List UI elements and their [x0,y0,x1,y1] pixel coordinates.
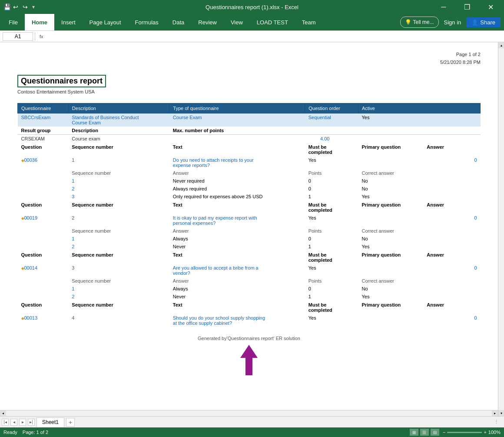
tab-home[interactable]: Home [25,14,54,30]
primary-q-header: Primary questionAnswer [358,143,480,151]
result-group-header: Result group Description Max. number of … [18,127,481,135]
tab-page-layout[interactable]: Page Layout [83,14,128,30]
col-description: Description [68,103,169,113]
col-active: Active [358,103,480,113]
tab-team[interactable]: Team [295,14,323,30]
scroll-down-btn[interactable]: ▾ [498,410,504,416]
tab-load-test[interactable]: LOAD TEST [250,14,295,30]
answer-1-3: 3 Only required for expenses above 25 US… [18,193,481,200]
col-type: Type of questionnaire [169,103,305,113]
must-complete-header-2: Must becompleted [305,200,358,214]
redo-icon[interactable]: ↪ [23,3,30,10]
title-bar: 💾 ↩ ↪ ▾ Questionnaires report (1).xlsx -… [0,0,504,14]
normal-view-btn[interactable]: ⊞ [410,429,418,436]
share-label: Share [480,19,495,26]
question-row-2: ◆00019 2 It is okay to pad my expense re… [18,214,481,227]
content-area: Page 1 of 2 5/21/2020 8:28 PM Questionna… [0,42,498,416]
scroll-up-btn[interactable]: ▴ [498,42,504,48]
seq-header-2: Sequence number [68,200,169,214]
question-section-header-2: Question Sequence number Text Must becom… [18,200,481,214]
window-controls[interactable]: ─ ❐ ✕ [434,0,501,14]
horizontal-scrollbar[interactable]: ◂ ▸ [0,410,498,416]
restore-button[interactable]: ❐ [457,0,477,14]
answer-header-2: Sequence number Answer Points Correct an… [18,227,481,235]
nav-next-btn[interactable]: ▸ [19,419,26,426]
close-button[interactable]: ✕ [481,0,501,14]
zoom-level: 100% [488,430,501,435]
q1-must: Yes [305,156,358,169]
page-layout-view-btn[interactable]: ☰ [420,429,429,436]
table-header-row: Questionnaire Description Type of questi… [18,103,481,113]
vertical-scrollbar[interactable]: ▴ ▾ [498,42,504,416]
report-title: Questionnaires report [17,75,106,87]
answer-header-1: Sequence number Answer Points Correct an… [18,169,481,177]
q-header: Question [18,143,69,156]
tell-me-button[interactable]: 💡 Tell me... [400,17,439,28]
title-bar-left: 💾 ↩ ↪ ▾ [3,3,35,10]
generated-text: Generated by'Questionnaires report' ER s… [21,336,477,341]
share-icon: 👤 [471,19,478,26]
zoom-control: − + 100% [443,430,501,435]
sheet-tab-1[interactable]: Sheet1 [36,417,64,427]
questionnaire-row: SBCCrsExam Standards of Business Conduct… [18,113,481,127]
question-row-1: ◆00036 1 Do you need to attach receipts … [18,156,481,169]
svg-marker-0 [240,345,258,375]
ans-text-h: Answer [169,169,305,177]
spreadsheet[interactable]: Page 1 of 2 5/21/2020 8:28 PM Questionna… [0,42,498,410]
nav-first-btn[interactable]: |◂ [2,419,9,426]
question-row-4: ◆00013 4 Should you do your school suppl… [18,314,481,327]
tab-view[interactable]: View [224,14,250,30]
page-content: Page 1 of 2 5/21/2020 8:28 PM Questionna… [0,42,498,392]
status-left: Ready Page: 1 of 2 [3,430,48,435]
rg-desc-val: Course exam [68,135,169,143]
nav-last-btn[interactable]: ▸| [28,419,35,426]
answer-2-2: 2 Never 1 Yes [18,243,481,250]
q-order: Sequential [305,113,358,127]
zoom-out-btn[interactable]: − [443,430,445,435]
page-break-view-btn[interactable]: ⊟ [431,429,439,436]
arrow-annotation [232,343,266,377]
tab-insert[interactable]: Insert [54,14,83,30]
page-date: 5/21/2020 8:28 PM [17,59,481,67]
scroll-right-btn[interactable]: ▸ [492,410,498,417]
tab-file[interactable]: File [2,14,25,30]
ans-points-h: Points [305,169,358,177]
q-name: SBCCrsExam [18,113,69,127]
undo-icon[interactable]: ↩ [13,3,20,10]
status-page: Page: 1 of 2 [23,430,48,435]
sign-in-button[interactable]: Sign in [441,19,465,26]
answer-1-1: 1 Never required 0 No [18,177,481,185]
nav-prev-btn[interactable]: ◂ [10,419,17,426]
share-button[interactable]: 👤 Share [466,17,501,27]
tab-data[interactable]: Data [166,14,191,30]
question-section-header: Question Sequence number Text Must becom… [18,143,481,156]
page-info: Page 1 of 2 5/21/2020 8:28 PM [17,51,481,66]
seq-header: Sequence number [68,143,169,156]
zoom-slider[interactable] [447,432,482,433]
status-bar: Ready Page: 1 of 2 ⊞ ☰ ⊟ − + 100% [0,427,504,437]
minimize-button[interactable]: ─ [434,0,454,14]
ans-seq-h: Sequence number [68,169,169,177]
zoom-in-btn[interactable]: + [484,430,486,435]
question-section-header-4: Question Sequence number Text Must becom… [18,300,481,314]
generated-row: Generated by'Questionnaires report' ER s… [18,327,481,380]
question-section-header-3: Question Sequence number Text Must becom… [18,250,481,264]
company-name: Contoso Entertainment System USA [17,89,481,94]
tell-me-label: Tell me... [413,19,434,25]
tab-review[interactable]: Review [191,14,224,30]
text-header-2: Text [169,200,305,214]
window-title: Questionnaires report (1).xlsx - Excel [206,4,298,10]
questionnaire-table: Questionnaire Description Type of questi… [17,103,481,380]
add-sheet-button[interactable]: + [66,418,75,427]
tab-formulas[interactable]: Formulas [128,14,166,30]
rg-code: CRSEXAM [18,135,69,143]
scroll-left-btn[interactable]: ◂ [0,410,6,417]
q1-seq: 1 [68,156,169,169]
main-area: Page 1 of 2 5/21/2020 8:28 PM Questionna… [0,42,504,416]
fx-label: fx [37,34,46,39]
save-icon[interactable]: 💾 [3,3,10,10]
page-number: Page 1 of 2 [17,51,481,59]
name-box[interactable] [3,32,33,41]
rg-maxpoints-label: Max. number of points [169,127,481,135]
formula-input[interactable] [48,32,501,41]
